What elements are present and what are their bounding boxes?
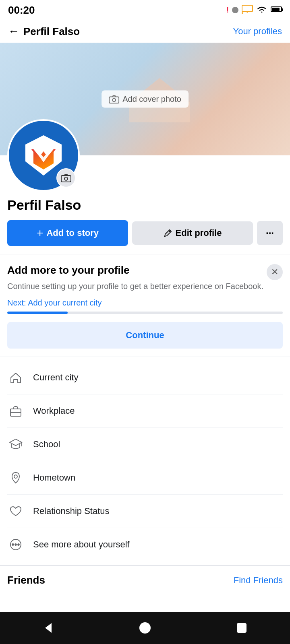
svg-point-22 [139, 622, 151, 634]
top-nav: ← Perfil Falso Your profiles [0, 20, 290, 43]
current-city-label: Current city [33, 372, 78, 383]
svg-point-19 [15, 544, 17, 545]
friends-section: Friends Find Friends [0, 566, 290, 590]
continue-button[interactable]: Continue [7, 322, 283, 349]
progress-bar-background [7, 312, 283, 314]
svg-rect-23 [237, 623, 246, 633]
battery-icon [271, 6, 282, 14]
nav-home-button[interactable] [133, 616, 157, 640]
progress-bar-fill [7, 312, 68, 314]
add-to-story-button[interactable]: + Add to story [7, 220, 128, 246]
wifi-icon [256, 5, 267, 15]
profile-name: Perfil Falso [0, 192, 290, 220]
pencil-icon [164, 229, 172, 237]
ellipsis-icon: ··· [266, 227, 274, 239]
friends-title: Friends [7, 574, 45, 586]
close-add-more-button[interactable]: ✕ [267, 264, 283, 280]
svg-rect-0 [242, 5, 253, 12]
current-city-item[interactable]: Current city [7, 361, 283, 394]
see-more-label: See more about yourself [33, 539, 130, 550]
change-profile-pic-button[interactable] [56, 168, 76, 188]
relationship-status-item[interactable]: Relationship Status [7, 495, 283, 528]
hometown-label: Hometown [33, 473, 75, 483]
back-arrow-icon: ← [8, 25, 19, 38]
notification-icon: ! [226, 6, 229, 14]
status-time: 00:20 [8, 4, 35, 17]
bottom-navigation [0, 612, 290, 644]
workplace-label: Workplace [33, 406, 75, 416]
add-more-profile-card: ✕ Add more to your profile Continue sett… [0, 254, 290, 357]
plus-icon: + [37, 227, 43, 239]
profile-info-list: Current city Workplace School [0, 357, 290, 565]
svg-marker-21 [45, 623, 52, 633]
home-icon [7, 369, 24, 386]
svg-point-16 [14, 475, 17, 478]
svg-rect-10 [61, 175, 71, 182]
add-more-description: Continue setting up your profile to get … [7, 281, 283, 292]
back-button[interactable]: ← Perfil Falso [8, 25, 80, 38]
svg-point-20 [18, 544, 19, 545]
nav-recents-button[interactable] [230, 616, 254, 640]
add-cover-label: Add cover photo [122, 95, 181, 104]
svg-point-11 [64, 177, 68, 180]
relationship-status-label: Relationship Status [33, 506, 110, 516]
location-icon [7, 469, 24, 486]
profile-pic-wrapper [7, 119, 80, 192]
svg-rect-4 [109, 97, 119, 103]
next-step-label[interactable]: Next: Add your current city [7, 298, 283, 308]
hometown-item[interactable]: Hometown [7, 461, 283, 495]
status-bar: 00:20 ! [0, 0, 290, 20]
dot-icon [232, 7, 238, 13]
add-to-story-label: Add to story [46, 228, 99, 238]
page-title: Perfil Falso [23, 25, 80, 38]
find-friends-link[interactable]: Find Friends [234, 575, 283, 586]
edit-profile-label: Edit profile [176, 228, 222, 238]
nav-back-button[interactable] [36, 616, 60, 640]
school-item[interactable]: School [7, 428, 283, 461]
heart-icon [7, 503, 24, 520]
more-options-button[interactable]: ··· [257, 221, 283, 245]
school-label: School [33, 439, 60, 450]
add-more-title: Add more to your profile [7, 264, 283, 277]
edit-profile-button[interactable]: Edit profile [132, 221, 253, 245]
svg-point-1 [242, 12, 243, 14]
see-more-item[interactable]: See more about yourself [7, 528, 283, 561]
briefcase-icon [7, 402, 24, 419]
workplace-item[interactable]: Workplace [7, 394, 283, 428]
add-cover-photo-button[interactable]: Add cover photo [102, 91, 188, 108]
cast-icon [242, 5, 253, 15]
dots-circle-icon [7, 536, 24, 553]
school-icon [7, 436, 24, 453]
svg-point-18 [12, 544, 14, 545]
svg-point-5 [112, 98, 116, 101]
action-buttons: + Add to story Edit profile ··· [0, 220, 290, 254]
your-profiles-link[interactable]: Your profiles [233, 26, 282, 37]
status-icons: ! [226, 5, 282, 15]
